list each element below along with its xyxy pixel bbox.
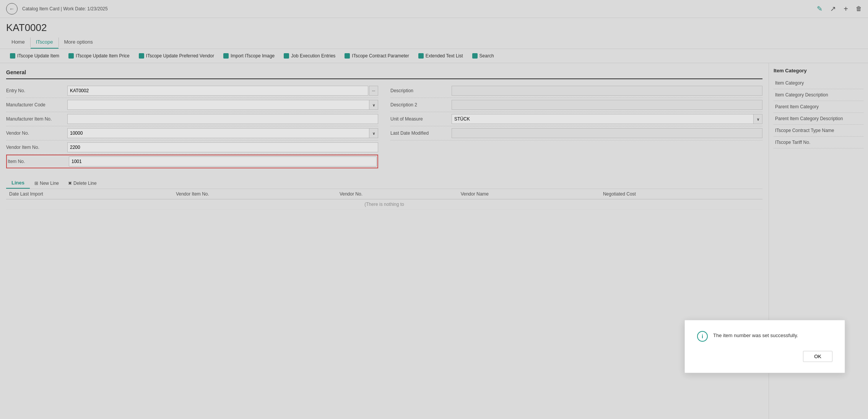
dialog-footer: OK <box>697 351 832 362</box>
dialog-overlay: i The item number was set successfully. … <box>0 0 868 419</box>
dialog-ok-button[interactable]: OK <box>803 351 832 362</box>
dialog-info-icon: i <box>697 331 708 342</box>
dialog-box: i The item number was set successfully. … <box>684 320 845 373</box>
dialog-content: i The item number was set successfully. <box>697 331 832 342</box>
dialog-message: The item number was set successfully. <box>713 331 798 338</box>
